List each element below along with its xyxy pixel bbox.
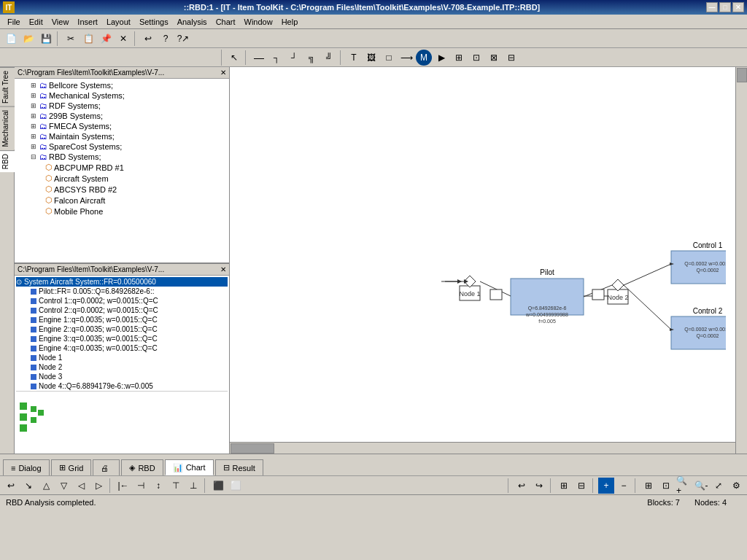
undo-button[interactable]: ↩ (140, 31, 156, 47)
zoom-in[interactable]: 🔍+ (676, 478, 692, 494)
cursor-tool[interactable]: ↖ (226, 50, 242, 66)
plus-btn[interactable]: + (598, 478, 614, 494)
tree-item-299b[interactable]: ⊞ 🗂 299B Systems; (16, 111, 228, 121)
analysis-engine1[interactable]: Engine 1::q=0.0035; w=0.0015::Q=C (16, 315, 228, 324)
analysis-node4[interactable]: Node 4::Q=6.8894179e-6::w=0.005 (16, 381, 228, 391)
tool-e[interactable]: ◁ (73, 478, 89, 494)
del-btn[interactable]: ⊟ (573, 478, 589, 494)
analysis-node3[interactable]: Node 3 (16, 372, 228, 381)
menu-analysis[interactable]: Analysis (173, 16, 212, 28)
menu-layout[interactable]: Layout (102, 16, 135, 28)
menu-window[interactable]: Window (240, 16, 277, 28)
analysis-control1[interactable]: Control 1::q=0.0002; w=0.0015::Q=C (16, 296, 228, 306)
add-btn[interactable]: ⊞ (556, 478, 572, 494)
node1-group[interactable]: Node 1 (441, 276, 481, 300)
tool-a[interactable]: ↩ (3, 478, 19, 494)
minus-btn[interactable]: − (616, 478, 632, 494)
menu-view[interactable]: View (47, 16, 74, 28)
vscrollbar[interactable] (735, 67, 747, 454)
tree-item-bellcore[interactable]: ⊞ 🗂 Bellcore Systems; (16, 80, 228, 90)
expand-btn[interactable]: ⊞ (31, 112, 39, 120)
tab-dialog[interactable]: ≡ Dialog (3, 459, 50, 475)
analysis-pilot[interactable]: Pilot::FR= 0.005::Q=6.8492682e-6:: (16, 287, 228, 296)
tab-grid[interactable]: ⊞ Grid (51, 459, 92, 475)
tool-h[interactable]: ⊣ (133, 478, 149, 494)
save-button[interactable]: 💾 (38, 31, 54, 47)
tool-k[interactable]: ⊥ (185, 478, 201, 494)
expand-btn[interactable]: ⊞ (31, 143, 39, 150)
tab-fault-tree[interactable]: Fault Tree (0, 67, 15, 106)
view2[interactable]: ⊡ (658, 478, 674, 494)
tool-c[interactable]: △ (38, 478, 54, 494)
whatisthis-button[interactable]: ?↗ (175, 31, 191, 47)
tool-j[interactable]: ⊤ (168, 478, 184, 494)
tree-item-abcsys[interactable]: ⬡ ABCSYS RBD #2 (16, 184, 228, 195)
tree-close[interactable]: ✕ (220, 69, 226, 77)
menu-file[interactable]: File (3, 16, 25, 28)
expand-btn[interactable]: ⊟ (31, 153, 39, 160)
view1[interactable]: ⊞ (640, 478, 657, 494)
tool-m[interactable]: ⬜ (228, 478, 244, 494)
paste-button[interactable]: 📌 (98, 31, 114, 47)
help-button[interactable]: ? (158, 31, 174, 47)
fit-view[interactable]: ⤢ (711, 478, 727, 494)
new-button[interactable]: 📄 (3, 31, 19, 47)
tab-rbd[interactable]: ◈ RBD (121, 459, 163, 475)
analysis-engine2[interactable]: Engine 2::q=0.0035; w=0.0015::Q=C (16, 324, 228, 334)
expand-btn[interactable]: ⊞ (31, 102, 39, 109)
analysis-node2[interactable]: Node 2 (16, 362, 228, 372)
tool7[interactable]: M (416, 50, 432, 66)
control2-block[interactable]: Control 2 Q=0.0002 w=0.0015 Q=0.0002 (624, 285, 726, 349)
maximize-button[interactable]: □ (719, 2, 731, 12)
tree-item-fmeca[interactable]: ⊞ 🗂 FMECA Systems; (16, 121, 228, 131)
analysis-close[interactable]: ✕ (220, 265, 226, 273)
analysis-engine3[interactable]: Engine 3::q=0.0035; w=0.0015::Q=C (16, 334, 228, 343)
analysis-system[interactable]: ⊙ System Aircraft System::FR=0.00500060 (16, 277, 228, 287)
menu-edit[interactable]: Edit (25, 16, 47, 28)
copy-button[interactable]: 📋 (80, 31, 96, 47)
menu-chart[interactable]: Chart (212, 16, 240, 28)
undo2[interactable]: ↩ (514, 478, 530, 494)
analysis-control2[interactable]: Control 2::q=0.0002; w=0.0015::Q=C (16, 306, 228, 315)
analysis-content[interactable]: ⊙ System Aircraft System::FR=0.00500060 … (15, 276, 229, 449)
diagram-area[interactable]: Node 1 Pilot Q=6.8492682e-6 w=0.00499999… (230, 67, 747, 454)
tree-item-falcon[interactable]: ⬡ Falcon Aircraft (16, 195, 228, 206)
redo2[interactable]: ↪ (531, 478, 547, 494)
line-tool[interactable]: — (251, 50, 267, 66)
hscroll-thumb[interactable] (231, 443, 274, 454)
tree-item-mobile[interactable]: ⬡ Mobile Phone (16, 206, 228, 217)
tab-result[interactable]: ⊟ Result (215, 459, 263, 475)
cut-button[interactable]: ✂ (63, 31, 79, 47)
tool6[interactable]: ⟶ (398, 50, 414, 66)
close-button[interactable]: ✕ (732, 2, 744, 12)
tree-item-abcpump[interactable]: ⬡ ABCPUMP RBD #1 (16, 162, 228, 173)
menu-help[interactable]: Help (277, 16, 303, 28)
tree-item-rdf[interactable]: ⊞ 🗂 RDF Systems; (16, 101, 228, 111)
tool10[interactable]: ⊡ (468, 50, 484, 66)
tool2[interactable]: ┐ (268, 50, 285, 66)
expand-btn[interactable]: ⊞ (31, 82, 39, 89)
zoom-out[interactable]: 🔍- (693, 478, 709, 494)
shape-tool[interactable]: □ (381, 50, 397, 66)
tool-l[interactable]: ⬛ (210, 478, 226, 494)
control1-block[interactable]: Control 1 Q=0.0002 w=0.0015 Q=0.0002 (624, 241, 726, 285)
tool8[interactable]: ▶ (433, 50, 449, 66)
text-tool[interactable]: T (346, 50, 362, 66)
tool-d[interactable]: ▽ (55, 478, 71, 494)
tab-mechanical[interactable]: Mechanical (0, 106, 15, 150)
menu-insert[interactable]: Insert (73, 16, 102, 28)
node2-group[interactable]: Node 2 (584, 279, 629, 304)
tool-b[interactable]: ↘ (20, 478, 36, 494)
expand-btn[interactable]: ⊞ (31, 92, 39, 99)
delete-button[interactable]: ✕ (115, 31, 131, 47)
tree-content[interactable]: ⊞ 🗂 Bellcore Systems; ⊞ 🗂 Mechanical Sys… (15, 79, 229, 258)
tool-f[interactable]: ▷ (90, 478, 107, 494)
analysis-engine4[interactable]: Engine 4::q=0.0035; w=0.0015::Q=C (16, 343, 228, 353)
hscrollbar[interactable] (230, 442, 735, 454)
analysis-node1[interactable]: Node 1 (16, 353, 228, 362)
tab-chart[interactable]: 📊 Chart (165, 459, 214, 475)
minimize-button[interactable]: — (706, 2, 718, 12)
tree-item-aircraft[interactable]: ⬡ Aircraft System (16, 173, 228, 184)
expand-btn[interactable]: ⊞ (31, 122, 39, 130)
expand-btn[interactable]: ⊞ (31, 133, 39, 140)
